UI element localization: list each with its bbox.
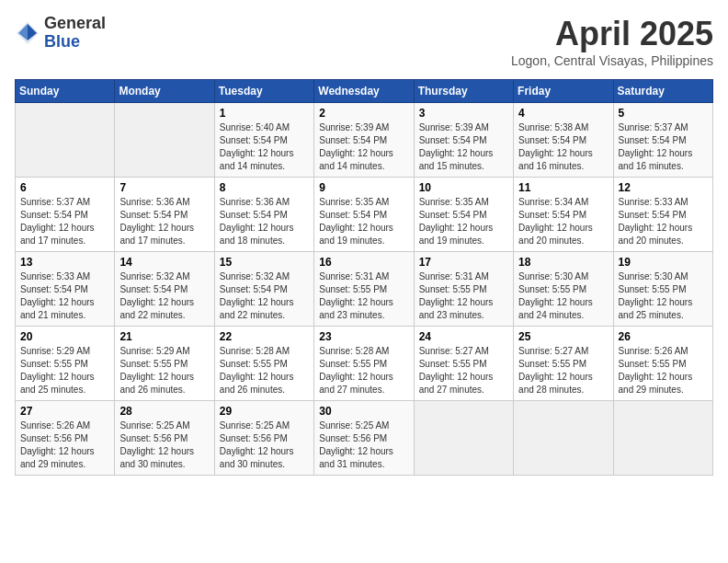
- day-info: Sunrise: 5:36 AMSunset: 5:54 PMDaylight:…: [119, 196, 209, 247]
- table-row: [613, 401, 712, 476]
- header-thursday: Thursday: [414, 80, 513, 103]
- day-info: Sunrise: 5:32 AMSunset: 5:54 PMDaylight:…: [220, 270, 309, 322]
- table-row: 28Sunrise: 5:25 AMSunset: 5:56 PMDayligh…: [115, 401, 214, 476]
- table-row: 22Sunrise: 5:28 AMSunset: 5:55 PMDayligh…: [214, 327, 313, 401]
- table-row: 27Sunrise: 5:26 AMSunset: 5:56 PMDayligh…: [16, 401, 115, 476]
- page-header: General Blue April 2025 Logon, Central V…: [15, 15, 713, 68]
- table-row: 15Sunrise: 5:32 AMSunset: 5:54 PMDayligh…: [214, 252, 313, 327]
- logo-general: General: [44, 15, 106, 33]
- day-info: Sunrise: 5:30 AMSunset: 5:55 PMDaylight:…: [518, 270, 608, 322]
- day-info: Sunrise: 5:26 AMSunset: 5:55 PMDaylight:…: [619, 345, 708, 396]
- day-info: Sunrise: 5:33 AMSunset: 5:54 PMDaylight:…: [20, 270, 109, 322]
- table-row: 25Sunrise: 5:27 AMSunset: 5:55 PMDayligh…: [514, 327, 613, 401]
- title-month: April 2025: [511, 15, 713, 53]
- table-row: 8Sunrise: 5:36 AMSunset: 5:54 PMDaylight…: [214, 178, 313, 252]
- day-number: 16: [319, 256, 408, 269]
- day-info: Sunrise: 5:36 AMSunset: 5:54 PMDaylight:…: [220, 196, 309, 247]
- logo-text: General Blue: [44, 15, 106, 52]
- day-number: 23: [319, 330, 408, 343]
- table-row: 16Sunrise: 5:31 AMSunset: 5:55 PMDayligh…: [314, 252, 414, 327]
- day-number: 11: [518, 181, 608, 194]
- title-block: April 2025 Logon, Central Visayas, Phili…: [511, 15, 713, 68]
- table-row: 6Sunrise: 5:37 AMSunset: 5:54 PMDaylight…: [16, 178, 115, 252]
- day-number: 15: [220, 256, 309, 269]
- day-number: 20: [20, 330, 109, 343]
- day-number: 26: [619, 330, 708, 343]
- day-number: 27: [20, 405, 109, 418]
- day-number: 29: [220, 405, 309, 418]
- day-info: Sunrise: 5:32 AMSunset: 5:54 PMDaylight:…: [119, 270, 209, 322]
- table-row: 18Sunrise: 5:30 AMSunset: 5:55 PMDayligh…: [514, 252, 613, 327]
- day-number: 2: [319, 107, 408, 120]
- table-row: 12Sunrise: 5:33 AMSunset: 5:54 PMDayligh…: [613, 178, 712, 252]
- day-info: Sunrise: 5:30 AMSunset: 5:55 PMDaylight:…: [619, 270, 708, 322]
- day-info: Sunrise: 5:39 AMSunset: 5:54 PMDaylight:…: [319, 121, 408, 173]
- table-row: 10Sunrise: 5:35 AMSunset: 5:54 PMDayligh…: [414, 178, 513, 252]
- table-row: 4Sunrise: 5:38 AMSunset: 5:54 PMDaylight…: [514, 103, 613, 178]
- table-row: 20Sunrise: 5:29 AMSunset: 5:55 PMDayligh…: [16, 327, 115, 401]
- table-row: 17Sunrise: 5:31 AMSunset: 5:55 PMDayligh…: [414, 252, 513, 327]
- header-tuesday: Tuesday: [214, 80, 313, 103]
- day-info: Sunrise: 5:40 AMSunset: 5:54 PMDaylight:…: [220, 121, 309, 173]
- day-info: Sunrise: 5:27 AMSunset: 5:55 PMDaylight:…: [518, 345, 608, 396]
- calendar-week-row: 27Sunrise: 5:26 AMSunset: 5:56 PMDayligh…: [16, 401, 713, 476]
- calendar-table: Sunday Monday Tuesday Wednesday Thursday…: [15, 79, 713, 476]
- day-number: 22: [220, 330, 309, 343]
- table-row: [514, 401, 613, 476]
- day-info: Sunrise: 5:31 AMSunset: 5:55 PMDaylight:…: [319, 270, 408, 322]
- table-row: 2Sunrise: 5:39 AMSunset: 5:54 PMDaylight…: [314, 103, 414, 178]
- day-info: Sunrise: 5:37 AMSunset: 5:54 PMDaylight:…: [619, 121, 708, 173]
- day-number: 13: [20, 256, 109, 269]
- day-number: 4: [518, 107, 608, 120]
- day-number: 21: [119, 330, 209, 343]
- day-info: Sunrise: 5:38 AMSunset: 5:54 PMDaylight:…: [518, 121, 608, 173]
- table-row: 5Sunrise: 5:37 AMSunset: 5:54 PMDaylight…: [613, 103, 712, 178]
- day-info: Sunrise: 5:33 AMSunset: 5:54 PMDaylight:…: [619, 196, 708, 247]
- day-number: 9: [319, 181, 408, 194]
- table-row: 3Sunrise: 5:39 AMSunset: 5:54 PMDaylight…: [414, 103, 513, 178]
- table-row: 9Sunrise: 5:35 AMSunset: 5:54 PMDaylight…: [314, 178, 414, 252]
- day-number: 17: [419, 256, 508, 269]
- day-number: 7: [119, 181, 209, 194]
- day-number: 1: [220, 107, 309, 120]
- day-info: Sunrise: 5:26 AMSunset: 5:56 PMDaylight:…: [20, 419, 109, 471]
- day-info: Sunrise: 5:25 AMSunset: 5:56 PMDaylight:…: [319, 419, 408, 471]
- day-info: Sunrise: 5:27 AMSunset: 5:55 PMDaylight:…: [419, 345, 508, 396]
- day-number: 28: [119, 405, 209, 418]
- table-row: 1Sunrise: 5:40 AMSunset: 5:54 PMDaylight…: [214, 103, 313, 178]
- logo-icon: [15, 20, 40, 46]
- day-info: Sunrise: 5:35 AMSunset: 5:54 PMDaylight:…: [319, 196, 408, 247]
- day-info: Sunrise: 5:31 AMSunset: 5:55 PMDaylight:…: [419, 270, 508, 322]
- day-info: Sunrise: 5:35 AMSunset: 5:54 PMDaylight:…: [419, 196, 508, 247]
- table-row: 19Sunrise: 5:30 AMSunset: 5:55 PMDayligh…: [613, 252, 712, 327]
- logo: General Blue: [15, 15, 106, 52]
- day-number: 18: [518, 256, 608, 269]
- header-monday: Monday: [115, 80, 214, 103]
- day-number: 12: [619, 181, 708, 194]
- day-number: 10: [419, 181, 508, 194]
- day-number: 19: [619, 256, 708, 269]
- calendar-week-row: 1Sunrise: 5:40 AMSunset: 5:54 PMDaylight…: [16, 103, 713, 178]
- table-row: 29Sunrise: 5:25 AMSunset: 5:56 PMDayligh…: [214, 401, 313, 476]
- calendar-week-row: 6Sunrise: 5:37 AMSunset: 5:54 PMDaylight…: [16, 178, 713, 252]
- day-number: 25: [518, 330, 608, 343]
- day-number: 6: [20, 181, 109, 194]
- title-location: Logon, Central Visayas, Philippines: [511, 53, 713, 68]
- day-info: Sunrise: 5:34 AMSunset: 5:54 PMDaylight:…: [518, 196, 608, 247]
- table-row: 21Sunrise: 5:29 AMSunset: 5:55 PMDayligh…: [115, 327, 214, 401]
- day-info: Sunrise: 5:25 AMSunset: 5:56 PMDaylight:…: [220, 419, 309, 471]
- table-row: [16, 103, 115, 178]
- header-wednesday: Wednesday: [314, 80, 414, 103]
- day-number: 14: [119, 256, 209, 269]
- table-row: 7Sunrise: 5:36 AMSunset: 5:54 PMDaylight…: [115, 178, 214, 252]
- table-row: [115, 103, 214, 178]
- day-number: 30: [319, 405, 408, 418]
- day-info: Sunrise: 5:25 AMSunset: 5:56 PMDaylight:…: [119, 419, 209, 471]
- table-row: 13Sunrise: 5:33 AMSunset: 5:54 PMDayligh…: [16, 252, 115, 327]
- day-number: 3: [419, 107, 508, 120]
- day-info: Sunrise: 5:29 AMSunset: 5:55 PMDaylight:…: [119, 345, 209, 396]
- day-info: Sunrise: 5:37 AMSunset: 5:54 PMDaylight:…: [20, 196, 109, 247]
- logo-blue: Blue: [44, 33, 106, 52]
- day-info: Sunrise: 5:29 AMSunset: 5:55 PMDaylight:…: [20, 345, 109, 396]
- table-row: [414, 401, 513, 476]
